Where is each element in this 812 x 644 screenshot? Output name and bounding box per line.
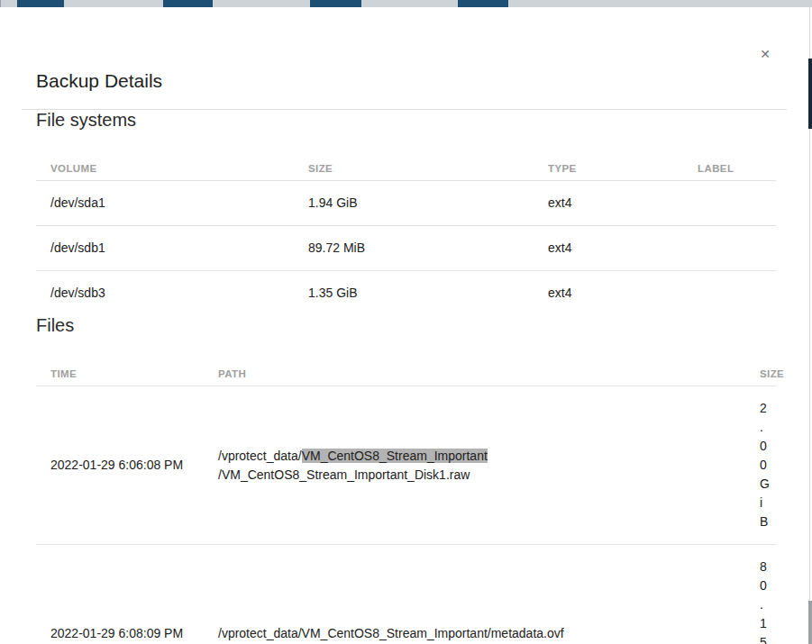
column-header-type: TYPE — [534, 147, 683, 181]
filesystems-header-row: VOLUME SIZE TYPE LABEL — [36, 147, 776, 181]
table-row: 2022-01-29 6:06:08 PM /vprotect_data/VM_… — [36, 386, 776, 545]
volume-cell: /dev/sdb1 — [36, 226, 294, 271]
size-cell: 1.35 GiB — [294, 271, 534, 316]
files-table: TIME PATH SIZE 2022-01-29 6:06:08 PM /vp… — [36, 352, 776, 644]
background-tab-fragment — [458, 0, 508, 7]
time-cell: 2022-01-29 6:08:09 PM — [36, 545, 204, 644]
label-cell — [683, 226, 776, 271]
column-header-size: SIZE — [294, 147, 534, 181]
column-header-size: SIZE — [745, 352, 776, 386]
table-row: /dev/sda1 1.94 GiB ext4 — [36, 181, 776, 226]
filesystems-table: VOLUME SIZE TYPE LABEL /dev/sda1 1.94 Gi… — [36, 147, 776, 315]
close-icon[interactable]: ✕ — [757, 46, 773, 62]
path-text: /VM_CentOS8_Stream_Important_Disk1.raw — [218, 467, 470, 482]
volume-cell: /dev/sdb3 — [36, 271, 294, 316]
files-heading: Files — [36, 315, 772, 336]
background-tab-fragment — [163, 0, 213, 7]
background-page-top-edge — [0, 0, 812, 7]
type-cell: ext4 — [534, 271, 683, 316]
background-tab-fragment — [17, 0, 64, 7]
table-row: /dev/sdb3 1.35 GiB ext4 — [36, 271, 776, 316]
path-cell: /vprotect_data/VM_CentOS8_Stream_Importa… — [204, 386, 745, 545]
size-cell: 2.00 GiB — [745, 386, 776, 545]
path-selected-text: VM_CentOS8_Stream_Important — [302, 449, 488, 463]
volume-cell: /dev/sda1 — [36, 181, 294, 226]
table-row: 2022-01-29 6:08:09 PM /vprotect_data/VM_… — [36, 545, 776, 644]
path-cell: /vprotect_data/VM_CentOS8_Stream_Importa… — [204, 545, 745, 644]
size-cell: 80.15 KiB — [745, 545, 776, 644]
files-header-row: TIME PATH SIZE — [36, 352, 776, 386]
table-row: /dev/sdb1 89.72 MiB ext4 — [36, 226, 776, 271]
path-text: /vprotect_data/VM_CentOS8_Stream_Importa… — [218, 626, 564, 640]
label-cell — [683, 181, 776, 226]
time-cell: 2022-01-29 6:06:08 PM — [36, 386, 204, 545]
background-tab-fragment — [310, 0, 361, 7]
backup-details-modal: ✕ Backup Details File systems VOLUME SIZ… — [0, 7, 808, 644]
type-cell: ext4 — [534, 226, 683, 271]
column-header-time: TIME — [36, 352, 204, 386]
size-cell: 1.94 GiB — [294, 181, 534, 226]
column-header-label: LABEL — [683, 147, 776, 181]
column-header-path: PATH — [204, 352, 745, 386]
type-cell: ext4 — [534, 181, 683, 226]
column-header-volume: VOLUME — [36, 147, 294, 181]
label-cell — [683, 271, 776, 316]
size-cell: 89.72 MiB — [294, 226, 534, 271]
background-scrollbar-fragment — [808, 601, 812, 644]
path-text: /vprotect_data/ — [218, 449, 302, 463]
filesystems-heading: File systems — [36, 110, 772, 131]
modal-title: Backup Details — [36, 7, 772, 92]
background-navy-fragment — [808, 59, 812, 129]
